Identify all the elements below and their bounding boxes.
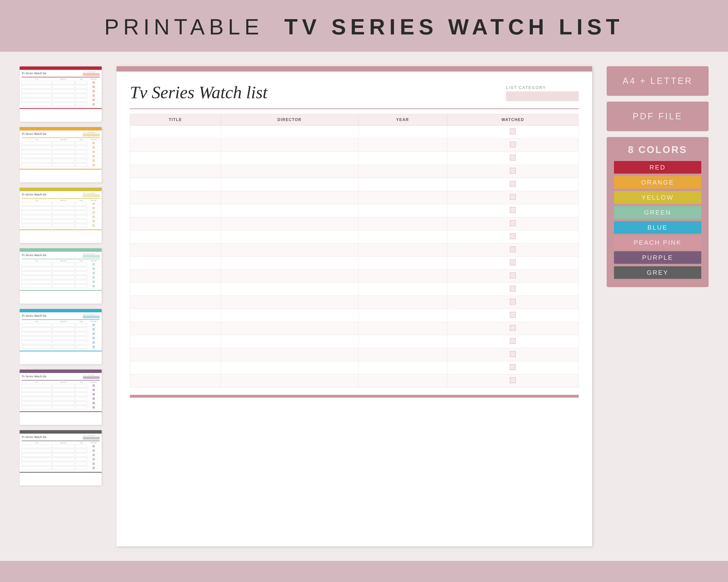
colors-list: RED ORANGE YELLOW GREEN BLUE PEACH PINK … <box>614 161 701 279</box>
table-row <box>130 230 579 244</box>
cell-title <box>130 335 221 348</box>
table-row <box>130 256 579 270</box>
cell-director <box>221 204 358 217</box>
cell-director <box>221 230 358 244</box>
cell-year <box>358 139 447 152</box>
table-row <box>130 335 579 348</box>
cell-director <box>221 244 358 256</box>
preview-category-box <box>506 91 579 101</box>
cell-watched <box>447 335 579 348</box>
watched-checkbox[interactable] <box>510 312 516 318</box>
cell-year <box>358 165 447 178</box>
cell-year <box>358 283 447 296</box>
col-watched: WATCHED <box>447 114 579 126</box>
cell-watched <box>447 270 579 283</box>
cell-watched <box>447 217 579 230</box>
cell-year <box>358 152 447 165</box>
cell-title <box>130 283 221 296</box>
watched-checkbox[interactable] <box>510 377 516 383</box>
cell-director <box>221 348 358 361</box>
watched-checkbox[interactable] <box>510 299 516 305</box>
watched-checkbox[interactable] <box>510 364 516 370</box>
cell-year <box>358 335 447 348</box>
watched-checkbox[interactable] <box>510 168 516 174</box>
col-director: DIRECTOR <box>221 114 358 126</box>
cell-director <box>221 152 358 165</box>
cell-title <box>130 152 221 165</box>
cell-title <box>130 230 221 244</box>
top-banner: PRINTABLE TV SERIES WATCH LIST <box>0 0 728 52</box>
cell-director <box>221 375 358 388</box>
cell-title <box>130 309 221 322</box>
cell-title <box>130 126 221 139</box>
watched-checkbox[interactable] <box>510 194 516 200</box>
cell-year <box>358 375 447 388</box>
cell-year <box>358 126 447 139</box>
color-label-blue: BLUE <box>614 224 701 231</box>
cell-watched <box>447 126 579 139</box>
cell-year <box>358 270 447 283</box>
page-title: PRINTABLE TV SERIES WATCH LIST <box>10 15 718 39</box>
watched-checkbox[interactable] <box>510 142 516 147</box>
watched-checkbox[interactable] <box>510 129 516 134</box>
table-row <box>130 283 579 296</box>
cell-watched <box>447 256 579 270</box>
preview-category-label: LIST CATEGORY <box>506 86 546 90</box>
watched-checkbox[interactable] <box>510 155 516 161</box>
table-row <box>130 139 579 152</box>
thumbnails-column: Tv Series Watch list LIST CATEGORY TITLE… <box>19 66 102 546</box>
cell-watched <box>447 204 579 217</box>
cell-director <box>221 309 358 322</box>
preview-bottom-bar <box>130 395 579 398</box>
table-row <box>130 296 579 309</box>
info-box-a4-letter: A4 + LETTER <box>607 66 709 96</box>
cell-title <box>130 204 221 217</box>
cell-watched <box>447 244 579 256</box>
cell-director <box>221 256 358 270</box>
color-item-orange: ORANGE <box>614 176 701 189</box>
table-row <box>130 322 579 335</box>
cell-year <box>358 348 447 361</box>
colors-box: 8 COLORS RED ORANGE YELLOW GREEN BLUE PE… <box>607 137 709 287</box>
cell-watched <box>447 178 579 191</box>
table-row <box>130 348 579 361</box>
watched-checkbox[interactable] <box>510 259 516 265</box>
watched-checkbox[interactable] <box>510 325 516 331</box>
cell-title <box>130 178 221 191</box>
color-item-peach-pink: PEACH PINK <box>614 236 701 249</box>
watched-checkbox[interactable] <box>510 233 516 239</box>
preview-divider <box>130 108 579 109</box>
table-row <box>130 126 579 139</box>
color-label-peach-pink: PEACH PINK <box>614 239 701 246</box>
cell-watched <box>447 361 579 375</box>
watched-checkbox[interactable] <box>510 286 516 292</box>
cell-year <box>358 322 447 335</box>
cell-year <box>358 191 447 204</box>
thumbnail-orange: Tv Series Watch list LIST CATEGORY TITLE… <box>19 127 102 183</box>
cell-title <box>130 165 221 178</box>
table-row <box>130 152 579 165</box>
watched-checkbox[interactable] <box>510 181 516 187</box>
watched-checkbox[interactable] <box>510 273 516 278</box>
watched-checkbox[interactable] <box>510 338 516 344</box>
watched-checkbox[interactable] <box>510 207 516 213</box>
cell-watched <box>447 322 579 335</box>
color-item-grey: GREY <box>614 266 701 279</box>
cell-title <box>130 296 221 309</box>
main-preview: Tv Series Watch list LIST CATEGORY TITLE… <box>116 66 592 546</box>
watched-checkbox[interactable] <box>510 351 516 357</box>
cell-watched <box>447 348 579 361</box>
cell-title <box>130 322 221 335</box>
cell-year <box>358 230 447 244</box>
color-item-yellow: YELLOW <box>614 191 701 204</box>
cell-director <box>221 126 358 139</box>
cell-year <box>358 309 447 322</box>
info-box-pdf-text: PDF FILE <box>614 111 701 121</box>
table-row <box>130 204 579 217</box>
cell-director <box>221 283 358 296</box>
watched-checkbox[interactable] <box>510 246 516 252</box>
watched-checkbox[interactable] <box>510 220 516 226</box>
thumbnail-green: Tv Series Watch list LIST CATEGORY TITLE… <box>19 248 102 304</box>
cell-director <box>221 361 358 375</box>
right-column: A4 + LETTER PDF FILE 8 COLORS RED ORANGE… <box>607 66 709 546</box>
